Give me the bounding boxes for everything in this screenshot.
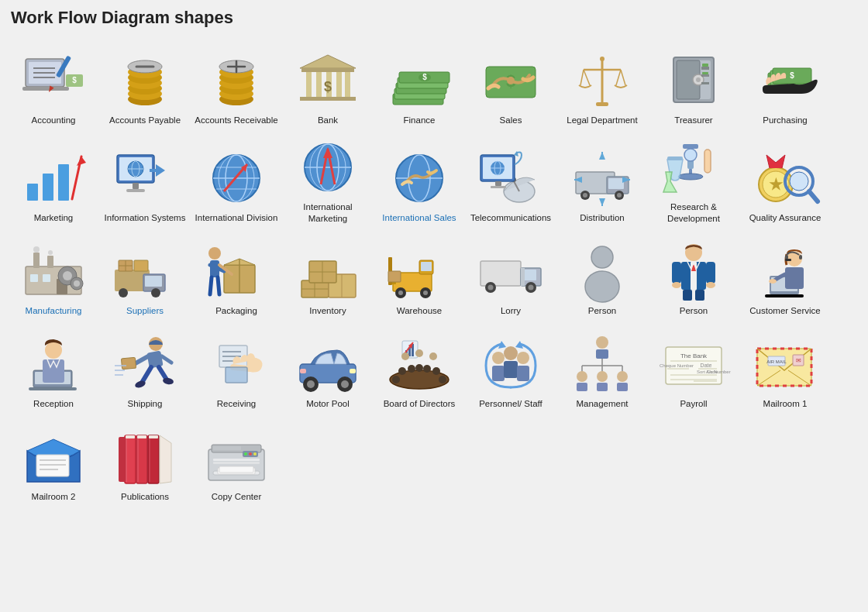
svg-point-111 bbox=[583, 193, 587, 198]
svg-rect-279 bbox=[617, 383, 628, 391]
bank-label: Bank bbox=[318, 115, 338, 127]
svg-rect-198 bbox=[672, 262, 681, 284]
item-international-sales[interactable]: International Sales bbox=[374, 132, 465, 229]
mailroom1-icon: AIR MAIL ✉ bbox=[750, 333, 820, 395]
svg-rect-234 bbox=[226, 367, 247, 383]
manufacturing-label: Manufacturing bbox=[26, 305, 82, 318]
svg-text:The Bank: The Bank bbox=[680, 352, 708, 359]
svg-rect-29 bbox=[306, 72, 312, 97]
svg-line-163 bbox=[210, 277, 212, 294]
item-personnel-staff[interactable]: Personnel/ Staff bbox=[465, 322, 556, 415]
item-telecommunications[interactable]: Telecommunications bbox=[465, 132, 556, 229]
svg-point-320 bbox=[244, 452, 247, 456]
manufacturing-icon bbox=[19, 240, 88, 302]
svg-line-49 bbox=[584, 70, 590, 85]
svg-text:A/c Number: A/c Number bbox=[706, 370, 731, 374]
inventory-label: Inventory bbox=[309, 305, 346, 318]
item-management[interactable]: Management bbox=[556, 322, 648, 415]
telecommunications-icon bbox=[476, 147, 546, 209]
suppliers-icon bbox=[110, 240, 180, 302]
item-international-division[interactable]: International Division bbox=[191, 132, 282, 229]
svg-point-58 bbox=[696, 77, 701, 82]
shipping-label: Shipping bbox=[128, 398, 163, 411]
international-marketing-label: International Marketing bbox=[285, 201, 370, 225]
svg-text:★: ★ bbox=[769, 176, 784, 193]
item-reception[interactable]: Reception bbox=[8, 322, 99, 415]
item-board-of-directors[interactable]: Board of Directors bbox=[374, 322, 465, 415]
receiving-label: Receiving bbox=[217, 398, 257, 411]
item-accounts-payable[interactable]: Accounts Payable bbox=[99, 39, 191, 132]
item-payroll[interactable]: The Bank Date Cheque Number Sort Code A/… bbox=[648, 322, 739, 415]
item-marketing[interactable]: Marketing bbox=[8, 132, 99, 229]
international-sales-label: International Sales bbox=[382, 212, 456, 225]
svg-rect-153 bbox=[134, 260, 148, 271]
svg-rect-191 bbox=[521, 268, 525, 286]
item-distribution[interactable]: Distribution bbox=[556, 132, 648, 229]
svg-marker-27 bbox=[300, 55, 356, 68]
item-person2[interactable]: Person bbox=[648, 229, 739, 322]
payroll-label: Payroll bbox=[680, 398, 707, 411]
svg-rect-123 bbox=[683, 144, 698, 149]
svg-rect-62 bbox=[702, 64, 708, 67]
item-quality-assurance[interactable]: ★ Quality Assurance bbox=[739, 132, 831, 229]
purchasing-icon: $ bbox=[750, 50, 820, 112]
svg-rect-78 bbox=[133, 183, 139, 189]
quality-assurance-icon: ★ bbox=[750, 147, 820, 209]
item-treasurer[interactable]: Treasurer bbox=[648, 39, 739, 132]
svg-rect-61 bbox=[701, 82, 709, 84]
lorry-icon bbox=[476, 240, 546, 302]
item-legal-department[interactable]: Legal Department bbox=[556, 39, 648, 132]
svg-rect-323 bbox=[213, 446, 241, 450]
international-division-label: International Division bbox=[195, 212, 278, 225]
item-mailroom1[interactable]: AIR MAIL ✉ Mailroom 1 bbox=[739, 322, 831, 415]
item-packaging[interactable]: Packaging bbox=[191, 229, 282, 322]
svg-rect-59 bbox=[701, 67, 709, 70]
management-icon bbox=[567, 333, 637, 395]
item-receiving[interactable]: Receiving bbox=[191, 322, 282, 415]
item-international-marketing[interactable]: International Marketing bbox=[282, 132, 374, 229]
item-customer-service[interactable]: Customer Service bbox=[739, 229, 831, 322]
telecommunications-label: Telecommunications bbox=[470, 212, 551, 225]
item-research-development[interactable]: Research & Development bbox=[648, 132, 739, 229]
marketing-label: Marketing bbox=[34, 212, 74, 225]
item-publications[interactable]: Publications bbox=[99, 415, 191, 508]
svg-text:✉: ✉ bbox=[796, 357, 801, 364]
svg-point-216 bbox=[45, 342, 62, 359]
item-finance[interactable]: $ Finance bbox=[374, 39, 465, 132]
item-suppliers[interactable]: Suppliers bbox=[99, 229, 191, 322]
svg-rect-241 bbox=[300, 369, 306, 373]
research-development-icon bbox=[659, 136, 728, 198]
motor-pool-label: Motor Pool bbox=[306, 398, 350, 411]
svg-rect-303 bbox=[119, 437, 126, 482]
item-motor-pool[interactable]: Motor Pool bbox=[282, 322, 374, 415]
accounts-receivable-label: Accounts Receivable bbox=[195, 115, 277, 127]
svg-rect-217 bbox=[43, 359, 64, 383]
item-person1[interactable]: Person bbox=[556, 229, 648, 322]
svg-point-261 bbox=[492, 352, 505, 364]
item-accounting[interactable]: $ Accounting bbox=[8, 39, 99, 132]
item-copy-center[interactable]: Copy Center bbox=[191, 415, 282, 508]
item-information-systems[interactable]: Information Systems bbox=[99, 132, 191, 229]
svg-text:$: $ bbox=[324, 79, 332, 95]
item-purchasing[interactable]: $ Purchasing bbox=[739, 39, 831, 132]
svg-point-150 bbox=[119, 288, 128, 297]
svg-point-209 bbox=[769, 279, 777, 284]
svg-rect-2 bbox=[22, 87, 69, 91]
svg-rect-106 bbox=[491, 186, 506, 188]
item-sales[interactable]: $ Sales bbox=[465, 39, 556, 132]
sales-icon: $ bbox=[476, 50, 546, 112]
item-lorry[interactable]: Lorry bbox=[465, 229, 556, 322]
item-warehouse[interactable]: Warehouse bbox=[374, 229, 465, 322]
item-bank[interactable]: $ Bank bbox=[282, 39, 374, 132]
svg-line-220 bbox=[134, 356, 148, 364]
item-mailroom2[interactable]: Mailroom 2 bbox=[8, 415, 99, 508]
item-inventory[interactable]: Inventory bbox=[282, 229, 374, 322]
item-accounts-receivable[interactable]: Accounts Receivable bbox=[191, 39, 282, 132]
sales-label: Sales bbox=[500, 115, 522, 127]
svg-rect-314 bbox=[213, 459, 260, 461]
item-shipping[interactable]: Shipping bbox=[99, 322, 191, 415]
mailroom1-label: Mailroom 1 bbox=[763, 398, 808, 411]
item-manufacturing[interactable]: Manufacturing bbox=[8, 229, 99, 322]
customer-service-label: Customer Service bbox=[749, 305, 820, 318]
person1-icon bbox=[567, 240, 637, 302]
